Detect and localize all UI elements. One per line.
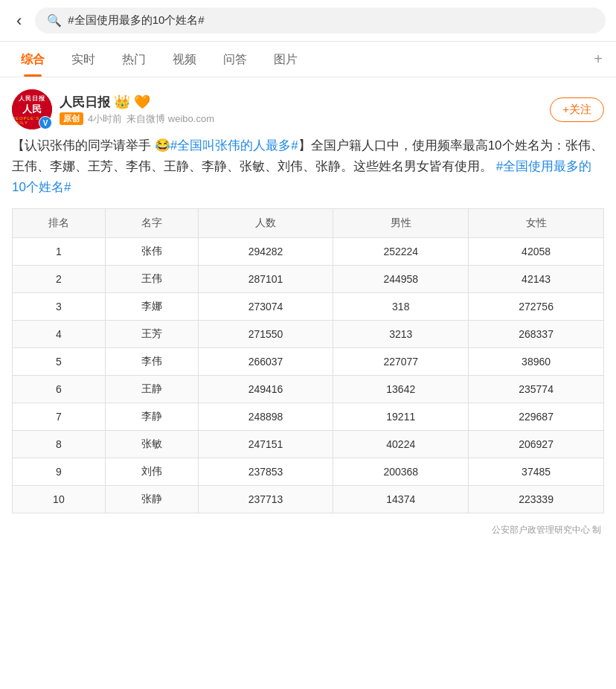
table-cell: 14374 [333, 486, 469, 513]
table-cell: 268337 [469, 321, 604, 348]
table-cell: 227077 [333, 348, 469, 376]
table-cell: 249416 [198, 376, 333, 403]
search-icon: 🔍 [47, 13, 62, 28]
table-cell: 237713 [198, 486, 333, 513]
table-cell: 252224 [333, 238, 469, 266]
table-cell: 张静 [105, 486, 198, 513]
table-cell: 318 [333, 293, 469, 321]
table-cell: 287101 [198, 266, 333, 293]
avatar[interactable]: 人民日报 人民 PEOPLE'S DAILY V [12, 89, 52, 129]
table-cell: 王伟 [105, 266, 198, 293]
table-cell: 6 [13, 376, 106, 403]
back-button[interactable]: ‹ [10, 8, 28, 33]
tab-实时[interactable]: 实时 [58, 42, 109, 77]
table-cell: 19211 [333, 403, 469, 431]
author-name: 人民日报 [60, 94, 110, 111]
content-text-1: 【认识张伟的同学请举手 😂 [12, 138, 170, 153]
table-cell: 李静 [105, 403, 198, 431]
table-cell: 273074 [198, 293, 333, 321]
table-cell: 1 [13, 238, 106, 266]
table-row: 8张敏24715140224206927 [13, 431, 604, 458]
table-cell: 229687 [469, 403, 604, 431]
table-row: 1张伟29428225222442058 [13, 238, 604, 266]
table-cell: 38960 [469, 348, 604, 376]
table-cell: 223339 [469, 486, 604, 513]
table-cell: 9 [13, 458, 106, 486]
author-name-row: 人民日报 👑 🧡 [60, 94, 214, 111]
table-cell: 237853 [198, 458, 333, 486]
post-time: 4小时前 [88, 112, 122, 126]
tab-问答[interactable]: 问答 [210, 42, 260, 77]
search-query-text: #全国使用最多的10个姓名# [68, 13, 204, 28]
hashtag-1[interactable]: #全国叫张伟的人最多# [170, 138, 298, 153]
table-cell: 7 [13, 403, 106, 431]
table-cell: 王静 [105, 376, 198, 403]
col-header-name: 名字 [105, 209, 198, 238]
table-cell: 206927 [469, 431, 604, 458]
author-info: 人民日报 👑 🧡 原创 4小时前 来自微博 weibo.com [60, 94, 214, 126]
table-row: 5李伟26603722707738960 [13, 348, 604, 376]
table-cell: 张伟 [105, 238, 198, 266]
table-row: 2王伟28710124495842143 [13, 266, 604, 293]
search-input-wrap[interactable]: 🔍 #全国使用最多的10个姓名# [35, 7, 606, 33]
col-header-count: 人数 [198, 209, 333, 238]
names-table: 排名 名字 人数 男性 女性 1张伟294282252224420582王伟28… [12, 208, 604, 513]
table-cell: 235774 [469, 376, 604, 403]
table-cell: 刘伟 [105, 458, 198, 486]
post-meta: 原创 4小时前 来自微博 weibo.com [60, 112, 214, 126]
table-cell: 200368 [333, 458, 469, 486]
table-cell: 271550 [198, 321, 333, 348]
table-cell: 8 [13, 431, 106, 458]
tab-综合[interactable]: 综合 [7, 42, 58, 77]
table-cell: 294282 [198, 238, 333, 266]
table-cell: 42058 [469, 238, 604, 266]
table-cell: 王芳 [105, 321, 198, 348]
table-row: 4王芳2715503213268337 [13, 321, 604, 348]
verified-icon: V [39, 116, 52, 129]
table-row: 10张静23771314374223339 [13, 486, 604, 513]
table-cell: 李娜 [105, 293, 198, 321]
table-cell: 244958 [333, 266, 469, 293]
table-cell: 10 [13, 486, 106, 513]
tab-视频[interactable]: 视频 [159, 42, 210, 77]
table-cell: 3213 [333, 321, 469, 348]
col-header-female: 女性 [469, 209, 604, 238]
post-card: 人民日报 人民 PEOPLE'S DAILY V 人民日报 👑 🧡 原创 4小时… [0, 77, 616, 547]
original-badge: 原创 [60, 112, 83, 125]
table-cell: 5 [13, 348, 106, 376]
table-row: 7李静24889819211229687 [13, 403, 604, 431]
post-content: 【认识张伟的同学请举手 😂#全国叫张伟的人最多#】全国户籍人口中，使用频率最高1… [12, 135, 604, 198]
table-cell: 247151 [198, 431, 333, 458]
author-row: 人民日报 人民 PEOPLE'S DAILY V 人民日报 👑 🧡 原创 4小时… [12, 89, 604, 129]
table-row: 3李娜273074318272756 [13, 293, 604, 321]
tab-add-button[interactable]: + [588, 43, 609, 75]
table-cell: 266037 [198, 348, 333, 376]
table-row: 6王静24941613642235774 [13, 376, 604, 403]
table-row: 9刘伟23785320036837485 [13, 458, 604, 486]
table-cell: 272756 [469, 293, 604, 321]
heart-icon: 🧡 [134, 94, 150, 110]
search-bar: ‹ 🔍 #全国使用最多的10个姓名# [0, 0, 616, 42]
table-cell: 13642 [333, 376, 469, 403]
table-cell: 40224 [333, 431, 469, 458]
col-header-rank: 排名 [13, 209, 106, 238]
table-cell: 李伟 [105, 348, 198, 376]
table-cell: 3 [13, 293, 106, 321]
author-left: 人民日报 人民 PEOPLE'S DAILY V 人民日报 👑 🧡 原创 4小时… [12, 89, 214, 129]
table-cell: 37485 [469, 458, 604, 486]
follow-button[interactable]: +关注 [550, 97, 604, 122]
table-cell: 42143 [469, 266, 604, 293]
table-cell: 4 [13, 321, 106, 348]
tab-图片[interactable]: 图片 [260, 42, 311, 77]
table-cell: 张敏 [105, 431, 198, 458]
col-header-male: 男性 [333, 209, 469, 238]
tab-热门[interactable]: 热门 [109, 42, 159, 77]
table-footer: 公安部户政管理研究中心 制 [12, 519, 604, 547]
table-cell: 248898 [198, 403, 333, 431]
post-source: 来自微博 weibo.com [126, 112, 214, 126]
tabs-bar: 综合 实时 热门 视频 问答 图片 + [0, 42, 616, 77]
table-cell: 2 [13, 266, 106, 293]
crown-icon: 👑 [114, 94, 130, 110]
